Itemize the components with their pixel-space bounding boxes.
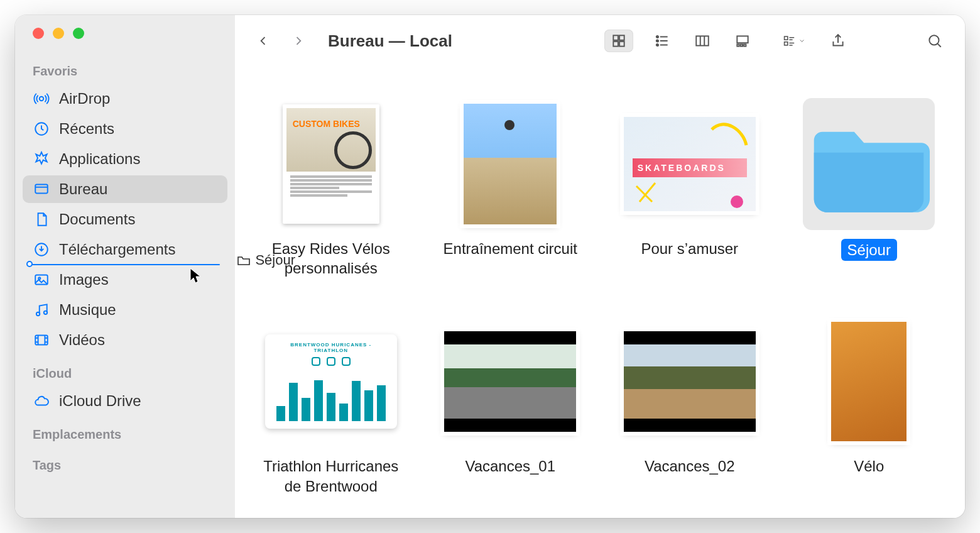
- minimize-window-button[interactable]: [53, 28, 64, 39]
- sidebar-item-documents[interactable]: Documents: [23, 206, 227, 233]
- search-button[interactable]: [923, 30, 946, 52]
- file-label: Vacances_02: [645, 456, 735, 476]
- sidebar-item-telechargements[interactable]: Téléchargements: [23, 236, 227, 263]
- sidebar-item-recents[interactable]: Récents: [23, 115, 227, 143]
- finder-window: Favoris AirDrop Récents Applications Bur…: [15, 15, 965, 518]
- sidebar-item-label: Téléchargements: [59, 241, 175, 258]
- image-icon: [33, 271, 50, 288]
- file-item[interactable]: Vacances_02: [612, 316, 767, 495]
- svg-rect-8: [35, 335, 48, 344]
- folder-icon: [808, 118, 930, 215]
- svg-point-13: [656, 36, 658, 38]
- svg-rect-11: [613, 41, 618, 47]
- slide-thumbnail: BRENTWOOD HURICANES - TRIATHLON: [265, 334, 397, 429]
- desktop-icon: [33, 180, 50, 198]
- photo-thumbnail: [831, 322, 906, 441]
- svg-point-24: [731, 195, 743, 208]
- clock-icon: [33, 120, 50, 138]
- airdrop-icon: [33, 90, 50, 107]
- list-view-button[interactable]: [651, 30, 673, 52]
- section-tags: Tags: [15, 447, 235, 478]
- download-icon: [33, 241, 50, 258]
- folder-icon: [236, 253, 251, 268]
- sidebar-item-iclouddrive[interactable]: iCloud Drive: [23, 387, 227, 415]
- svg-rect-21: [785, 36, 788, 40]
- svg-rect-16: [696, 36, 709, 45]
- svg-rect-20: [744, 44, 746, 46]
- sidebar-item-label: Bureau: [59, 180, 107, 198]
- share-button[interactable]: [827, 30, 849, 52]
- section-icloud: iCloud: [15, 355, 235, 386]
- svg-point-14: [656, 40, 658, 41]
- file-label: Vacances_01: [465, 456, 555, 476]
- drop-indicator: [30, 264, 220, 265]
- file-item[interactable]: Entraînement circuit: [433, 98, 588, 278]
- sidebar-item-label: Vidéos: [59, 331, 105, 349]
- view-switcher: [604, 30, 754, 52]
- svg-point-6: [36, 312, 40, 316]
- music-icon: [33, 301, 50, 319]
- svg-point-23: [929, 35, 939, 45]
- photo-thumbnail: SKATEBOARDS: [624, 117, 756, 211]
- drag-ghost-label: Séjour: [255, 252, 295, 268]
- svg-point-7: [44, 311, 47, 314]
- svg-rect-10: [619, 35, 624, 40]
- svg-point-15: [656, 44, 658, 46]
- file-label: Triathlon Hurricanes de Brentwood: [254, 456, 408, 495]
- video-thumbnail: [444, 331, 576, 432]
- section-favoris: Favoris: [15, 53, 235, 84]
- cursor-icon: [189, 267, 202, 285]
- file-label: Entraînement circuit: [444, 239, 577, 258]
- sidebar-item-label: Documents: [59, 211, 135, 228]
- back-button[interactable]: [254, 31, 273, 50]
- document-icon: [33, 211, 50, 228]
- file-label: Vélo: [854, 456, 884, 476]
- photo-thumbnail: [464, 104, 557, 224]
- sidebar-item-airdrop[interactable]: AirDrop: [23, 85, 227, 113]
- close-window-button[interactable]: [33, 28, 44, 39]
- sidebar-item-applications[interactable]: Applications: [23, 145, 227, 173]
- sidebar-item-videos[interactable]: Vidéos: [23, 326, 227, 354]
- icon-view-button[interactable]: [604, 30, 633, 52]
- file-item[interactable]: SKATEBOARDS Pour s’amuser: [612, 98, 767, 278]
- sidebar-item-label: Applications: [59, 150, 140, 168]
- window-title: Bureau — Local: [328, 31, 452, 51]
- svg-rect-2: [35, 184, 48, 193]
- sidebar-item-label: Récents: [59, 120, 114, 138]
- file-item[interactable]: Vélo: [792, 316, 947, 495]
- toolbar: Bureau — Local: [235, 15, 965, 67]
- file-item[interactable]: BRENTWOOD HURICANES - TRIATHLON Triathlo…: [254, 316, 408, 495]
- sidebar-item-musique[interactable]: Musique: [23, 296, 227, 324]
- document-thumbnail: [283, 104, 379, 224]
- video-icon: [33, 331, 50, 349]
- file-label: Pour s’amuser: [641, 239, 738, 258]
- column-view-button[interactable]: [691, 30, 714, 52]
- svg-rect-17: [737, 36, 748, 43]
- forward-button[interactable]: [289, 31, 308, 50]
- file-item[interactable]: Vacances_01: [433, 316, 588, 495]
- zoom-window-button[interactable]: [73, 28, 84, 39]
- appstore-icon: [33, 150, 50, 168]
- sidebar-item-label: iCloud Drive: [59, 392, 141, 410]
- sidebar: Favoris AirDrop Récents Applications Bur…: [15, 15, 235, 518]
- cloud-icon: [33, 392, 50, 410]
- video-thumbnail: [624, 331, 756, 432]
- gallery-view-button[interactable]: [731, 30, 754, 52]
- svg-rect-12: [619, 41, 624, 47]
- svg-rect-22: [785, 42, 788, 45]
- section-emplacements: Emplacements: [15, 416, 235, 447]
- sidebar-item-bureau[interactable]: Bureau: [23, 175, 227, 203]
- file-item[interactable]: Easy Rides Vélos personnalisés: [254, 98, 408, 278]
- sidebar-item-label: Musique: [59, 301, 116, 319]
- sidebar-item-label: Images: [59, 271, 109, 288]
- file-label: Séjour: [841, 239, 897, 261]
- main-pane: Bureau — Local: [235, 15, 965, 518]
- svg-rect-9: [613, 35, 618, 40]
- content-area[interactable]: Easy Rides Vélos personnalisés Entraînem…: [235, 67, 965, 518]
- svg-point-0: [40, 97, 44, 101]
- group-button[interactable]: [783, 30, 805, 52]
- folder-item[interactable]: Séjour: [792, 98, 947, 278]
- window-controls: [15, 28, 235, 53]
- svg-rect-18: [737, 44, 739, 46]
- svg-rect-19: [741, 44, 743, 46]
